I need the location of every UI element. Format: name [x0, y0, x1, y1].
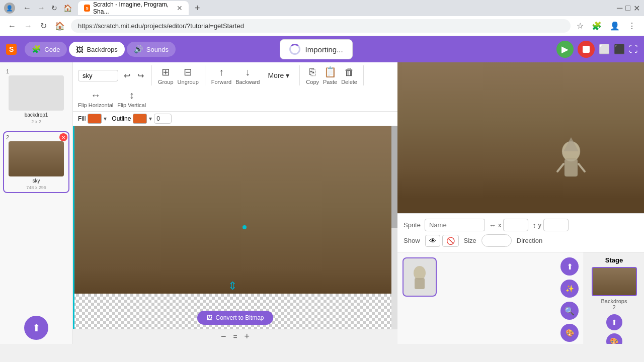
copy-button[interactable]: ⎘ Copy [306, 66, 319, 85]
tab-backdrops[interactable]: 🖼 Backdrops [69, 42, 124, 57]
flip-h-label: Flip Horizontal [78, 102, 113, 108]
stage-thumbnail[interactable] [592, 267, 637, 296]
sparkle-button[interactable]: ✨ [560, 280, 579, 298]
flip-v-icon: ↕ [129, 89, 134, 101]
backdrop-item-active[interactable]: ✕ 2 sky 748 x 296 [3, 131, 69, 193]
backdrop-name-input[interactable] [78, 70, 118, 81]
extensions-button[interactable]: 🧩 [590, 19, 604, 33]
back-nav-button[interactable]: ← [6, 20, 18, 33]
stop-button[interactable] [578, 41, 595, 58]
svg-line-3 [557, 164, 564, 171]
fullscreen-button[interactable]: ⛶ [629, 44, 638, 55]
small-stage-button[interactable]: ⬜ [599, 44, 610, 55]
size-input[interactable] [481, 234, 512, 247]
flip-h-icon: ↔ [91, 89, 101, 101]
paste-button[interactable]: 📋 Paste [323, 66, 337, 85]
forward-tool: ↑ Forward [211, 66, 231, 85]
backdrop-delete-button[interactable]: ✕ [59, 133, 67, 141]
home-button[interactable]: 🏠 [61, 3, 74, 13]
outline-value-input[interactable] [154, 114, 172, 124]
flip-vertical-button[interactable]: ↕ Flip Vertical [117, 89, 146, 108]
tab-close-button[interactable]: ✕ [177, 4, 183, 12]
size-label: Size [464, 237, 476, 244]
backward-button[interactable]: ↓ Backward [235, 66, 260, 85]
fill-group: Fill ▾ [78, 114, 107, 124]
code-icon: 🧩 [32, 45, 41, 54]
browser-tab[interactable]: S Scratch - Imagine, Program, Sha... ✕ [78, 1, 189, 15]
x-coord-input[interactable] [503, 219, 528, 231]
add-backdrop-button[interactable]: ⬆ [24, 316, 48, 340]
x-label: x [498, 221, 502, 229]
browser-chrome: 👤 ← → ↻ 🏠 S Scratch - Imagine, Program, … [0, 0, 644, 36]
undo-button[interactable]: ↩ [122, 69, 132, 82]
outline-label: Outline [112, 115, 131, 122]
zoom-out-button[interactable]: − [221, 331, 226, 342]
importing-text: Importing... [305, 45, 343, 54]
settings-button[interactable]: ⋮ [626, 19, 638, 33]
new-tab-button[interactable]: + [195, 3, 200, 14]
show-hidden-button[interactable]: 🚫 [442, 235, 459, 247]
delete-button[interactable]: 🗑 Delete [341, 66, 357, 85]
redo-button[interactable]: ↪ [136, 69, 145, 82]
backdrop-thumbnail [9, 75, 64, 111]
upload-sprite-button[interactable]: ⬆ [560, 257, 579, 276]
sprite-mini-svg [410, 264, 430, 290]
search-sprite-button[interactable]: 🔍 [560, 302, 579, 320]
backdrop-item[interactable]: 1 backdrop1 2 x 2 [3, 65, 69, 127]
profile-icon: 👤 [4, 3, 15, 14]
fill-color-swatch[interactable] [88, 114, 102, 124]
bottom-area: ⬆ ✨ 🔍 🎨 Stage Backdrops 2 ⬆ [397, 252, 644, 344]
scratch-app: S 🧩 Code 🖼 Backdrops 🔊 Sounds Importing.… [0, 36, 644, 344]
group-button[interactable]: ⊞ Group [158, 66, 174, 85]
show-visible-button[interactable]: 👁 [425, 235, 440, 247]
canvas-resize-handle[interactable]: ⇕ [228, 280, 237, 293]
editor-area: ↩ ↪ ⊞ Group ⊟ Ungroup [73, 62, 397, 344]
paint-stage-button[interactable]: 🎨 [606, 333, 622, 344]
left-bottom: ⬆ [0, 312, 72, 344]
reload-button[interactable]: ↻ [38, 19, 49, 33]
ungroup-button[interactable]: ⊟ Ungroup [178, 66, 199, 85]
fill-dropdown-icon[interactable]: ▾ [104, 115, 107, 122]
backdrop-number: 1 [6, 68, 66, 74]
zoom-in-button[interactable]: + [245, 331, 250, 342]
editor-toolbar: ↩ ↪ ⊞ Group ⊟ Ungroup [73, 62, 397, 112]
upload-stage-button[interactable]: ⬆ [606, 314, 622, 330]
bookmark-button[interactable]: ☆ [575, 19, 586, 33]
flip-horizontal-button[interactable]: ↔ Flip Horizontal [78, 89, 113, 108]
tab-code[interactable]: 🧩 Code [25, 42, 67, 57]
backdrop-list: 1 backdrop1 2 x 2 ✕ 2 sky 748 x 296 [0, 62, 72, 312]
profile-button[interactable]: 👤 [608, 19, 622, 33]
outline-color-swatch[interactable] [133, 114, 147, 124]
large-stage-button[interactable]: ⬛ [614, 44, 625, 55]
minimize-button[interactable]: ─ [617, 4, 622, 13]
canvas-vscrollbar[interactable] [391, 126, 397, 329]
backward-tool: ↓ Backward [235, 66, 260, 85]
green-flag-button[interactable]: ▶ [556, 41, 574, 58]
more-chevron-icon: ▾ [286, 71, 289, 79]
home-nav-button[interactable]: 🏠 [53, 19, 67, 33]
sprite-name-input[interactable] [425, 219, 485, 231]
forward-button[interactable]: → [35, 3, 47, 14]
convert-to-bitmap-button[interactable]: 🖼 Convert to Bitmap [197, 311, 273, 325]
sprite-thumbnail[interactable] [403, 257, 437, 297]
forward-nav-button[interactable]: → [22, 20, 34, 33]
refresh-button[interactable]: ↻ [49, 3, 59, 13]
y-coord-input[interactable] [543, 219, 569, 231]
paint-sprite-button[interactable]: 🎨 [560, 324, 579, 342]
back-button[interactable]: ← [21, 3, 33, 14]
maximize-button[interactable]: □ [625, 4, 630, 13]
canvas-drawing-area: ⇕ − = + [73, 126, 397, 344]
backdrop-size: 2 x 2 [6, 119, 66, 124]
close-button[interactable]: ✕ [633, 4, 640, 13]
toolbar-separator-4 [363, 65, 364, 85]
forward-button[interactable]: ↑ Forward [211, 66, 231, 85]
nav-controls[interactable]: ← → ↻ 🏠 [21, 3, 74, 14]
tab-sounds[interactable]: 🔊 Sounds [127, 42, 176, 57]
zoom-reset-button[interactable]: = [233, 333, 237, 341]
outline-dropdown-icon[interactable]: ▾ [149, 115, 152, 122]
more-button[interactable]: More ▾ [264, 69, 293, 81]
y-coord-group: ↕ y [532, 219, 569, 231]
canvas-container: ▲ ✏ ✎ ◇ ⬛ T ╱ ○ □ [73, 126, 397, 344]
tab-sounds-label: Sounds [146, 46, 169, 53]
address-input[interactable] [71, 19, 571, 33]
